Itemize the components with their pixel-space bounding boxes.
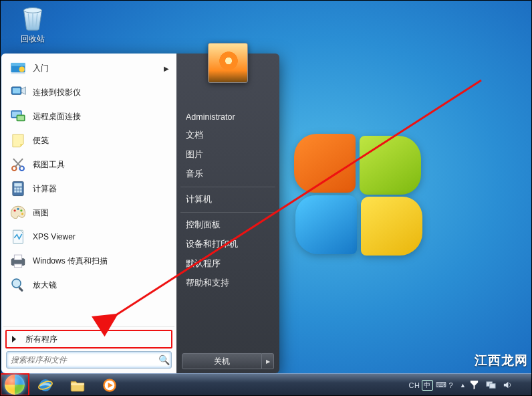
volume-icon[interactable] (499, 374, 516, 396)
windows-logo-background (294, 134, 428, 248)
taskbar-clock[interactable] (516, 374, 524, 396)
taskbar-pinned-internet-explorer[interactable] (29, 374, 61, 396)
svg-rect-14 (14, 187, 16, 189)
projector-icon (9, 83, 27, 102)
sticky-notes-icon (9, 131, 27, 150)
svg-rect-29 (18, 286, 23, 292)
action-center-icon[interactable] (466, 374, 483, 396)
program-label: 放大镜 (33, 280, 57, 291)
program-getting-started[interactable]: 入门 ▶ (3, 56, 174, 80)
search-input[interactable] (7, 355, 156, 365)
tray-overflow-button[interactable]: ▲ (456, 374, 466, 396)
shutdown-button[interactable]: 关机 (182, 353, 262, 369)
svg-rect-15 (17, 187, 19, 189)
svg-rect-17 (14, 190, 16, 192)
internet-explorer-icon (37, 377, 54, 394)
right-link-pictures[interactable]: 图片 (176, 145, 279, 165)
network-icon[interactable] (483, 374, 499, 396)
program-xps-viewer[interactable]: XPS Viewer (3, 225, 174, 249)
svg-rect-3 (11, 73, 25, 74)
svg-rect-27 (14, 264, 21, 268)
all-programs-button[interactable]: 所有程序 (5, 330, 172, 349)
right-link-devices-printers[interactable]: 设备和打印机 (176, 235, 279, 254)
svg-point-28 (12, 279, 21, 288)
svg-point-20 (14, 209, 16, 211)
program-snipping-tool[interactable]: 截图工具 (3, 153, 174, 177)
taskbar-pinned-media-player[interactable] (94, 374, 126, 396)
right-link-help-support[interactable]: 帮助和支持 (176, 274, 279, 293)
svg-rect-5 (13, 88, 20, 94)
start-button[interactable] (0, 373, 29, 396)
start-menu-left-pane: 入门 ▶ 连接到投影仪 远程桌面连接 便笺 截图工具 计算器 (1, 54, 176, 373)
right-link-default-programs[interactable]: 默认程序 (176, 254, 279, 274)
recycle-bin-icon (17, 1, 48, 32)
program-remote-desktop[interactable]: 远程桌面连接 (3, 104, 174, 128)
language-indicator[interactable]: CH 中 ⌨ ? (405, 374, 456, 396)
submenu-arrow-icon: ▶ (164, 65, 169, 72)
file-explorer-icon (69, 377, 86, 394)
program-label: 入门 (33, 63, 49, 74)
program-fax-scan[interactable]: Windows 传真和扫描 (3, 249, 174, 273)
triangle-right-icon (12, 336, 16, 342)
svg-rect-13 (14, 183, 21, 187)
program-connect-projector[interactable]: 连接到投影仪 (3, 80, 174, 104)
program-label: XPS Viewer (33, 232, 76, 241)
svg-rect-9 (17, 116, 24, 120)
windows-orb-icon (5, 375, 25, 395)
svg-rect-16 (19, 187, 21, 189)
keyboard-icon: ⌨ (436, 381, 447, 389)
svg-rect-26 (14, 255, 21, 260)
start-menu-search-box[interactable]: 🔍 (6, 351, 172, 369)
program-label: 便笺 (33, 135, 49, 146)
program-label: 远程桌面连接 (33, 111, 81, 122)
right-link-music[interactable]: 音乐 (176, 165, 279, 184)
remote-desktop-icon (9, 107, 27, 126)
program-list: 入门 ▶ 连接到投影仪 远程桌面连接 便笺 截图工具 计算器 (3, 56, 174, 326)
all-programs-row: 所有程序 (3, 326, 174, 351)
svg-point-2 (19, 67, 25, 72)
paint-icon (9, 203, 27, 222)
right-link-computer[interactable]: 计算机 (176, 190, 279, 209)
svg-point-0 (24, 8, 42, 13)
program-label: 计算器 (33, 183, 57, 195)
system-tray: CH 中 ⌨ ? ▲ (405, 374, 532, 396)
shutdown-label: 关机 (214, 356, 230, 367)
separator (180, 187, 275, 187)
calculator-icon (9, 179, 27, 198)
program-magnifier[interactable]: 放大镜 (3, 273, 174, 297)
right-link-documents[interactable]: 文档 (176, 126, 279, 145)
program-label: 连接到投影仪 (33, 87, 81, 98)
svg-rect-19 (19, 190, 21, 192)
all-programs-label: 所有程序 (25, 334, 57, 345)
user-picture[interactable] (208, 43, 248, 83)
svg-point-22 (20, 209, 22, 211)
media-player-icon (101, 377, 118, 394)
taskbar: CH 中 ⌨ ? ▲ (0, 373, 532, 396)
program-sticky-notes[interactable]: 便笺 (3, 128, 174, 153)
getting-started-icon (9, 59, 27, 78)
recycle-bin-desktop-icon[interactable]: 回收站 (12, 1, 53, 45)
xps-viewer-icon (9, 227, 27, 246)
start-menu-right-pane: Administrator 文档 图片 音乐 计算机 控制面板 设备和打印机 默… (176, 54, 279, 373)
shutdown-row: 关机 ▶ (182, 353, 274, 369)
separator (180, 212, 275, 213)
program-paint[interactable]: 画图 (3, 201, 174, 225)
magnifier-icon (9, 276, 27, 294)
program-label: 画图 (33, 207, 49, 219)
taskbar-pinned-file-explorer[interactable] (61, 374, 94, 396)
fax-scan-icon (9, 252, 27, 270)
user-name-link[interactable]: Administrator (176, 108, 279, 126)
lang-primary: CH (408, 381, 420, 389)
svg-point-21 (17, 208, 19, 210)
start-menu: 入门 ▶ 连接到投影仪 远程桌面连接 便笺 截图工具 计算器 (1, 54, 279, 373)
svg-point-23 (21, 213, 23, 215)
program-calculator[interactable]: 计算器 (3, 177, 174, 201)
shutdown-options-button[interactable]: ▶ (262, 353, 274, 369)
program-label: Windows 传真和扫描 (33, 256, 108, 267)
recycle-bin-label: 回收站 (12, 33, 53, 45)
lang-badge: 中 (422, 380, 433, 391)
scissors-icon (9, 155, 27, 174)
right-link-control-panel[interactable]: 控制面板 (176, 215, 279, 235)
svg-rect-35 (490, 384, 495, 389)
help-icon: ? (448, 381, 453, 389)
